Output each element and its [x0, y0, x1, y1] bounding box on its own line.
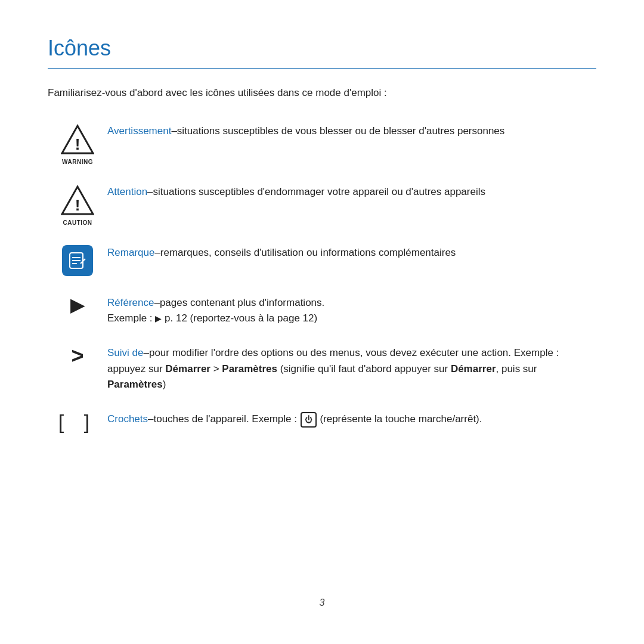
warning-icon: !	[61, 123, 94, 157]
greater-than-icon: >	[71, 345, 83, 367]
caution-label: CAUTION	[63, 219, 92, 226]
svg-text:!: !	[75, 135, 80, 153]
brackets-term: Crochets	[107, 413, 148, 425]
page-number: 3	[48, 586, 596, 608]
list-item: ▶ Référence–pages contenant plus d'infor…	[48, 294, 596, 327]
warning-desc-text: –situations susceptibles de vous blesser…	[171, 125, 504, 137]
bold-parametres-1: Paramètres	[222, 363, 277, 374]
caution-icon-cell: ! CAUTION	[48, 183, 107, 226]
note-description: Remarque–remarques, conseils d'utilisati…	[107, 244, 596, 261]
svg-text:!: !	[75, 196, 80, 214]
list-item: [ ] Crochets–touches de l'appareil. Exem…	[48, 410, 596, 432]
intro-paragraph: Familiarisez-vous d'abord avec les icône…	[48, 85, 596, 101]
note-icon	[62, 245, 93, 276]
list-item: > Suivi de–pour modifier l'ordre des opt…	[48, 344, 596, 392]
followedby-icon-cell: >	[48, 344, 107, 367]
list-item: Remarque–remarques, conseils d'utilisati…	[48, 244, 596, 276]
page-title: Icônes	[48, 36, 596, 61]
list-item: ! WARNING Avertissement–situations susce…	[48, 122, 596, 165]
note-icon-cell	[48, 244, 107, 276]
note-term: Remarque	[107, 247, 154, 258]
bold-parametres-2: Paramètres	[107, 379, 163, 390]
note-desc-text: –remarques, conseils d'utilisation ou in…	[154, 247, 456, 258]
bold-demarrer-2: Démarrer	[451, 363, 496, 374]
title-divider	[48, 68, 596, 69]
warning-term: Avertissement	[107, 125, 171, 137]
icon-list: ! WARNING Avertissement–situations susce…	[48, 122, 596, 450]
caution-term: Attention	[107, 186, 147, 197]
reference-icon-cell: ▶	[48, 294, 107, 314]
bold-demarrer-1: Démarrer	[165, 363, 210, 374]
camera-key-icon: ⏻	[301, 412, 317, 428]
followedby-term: Suivi de	[107, 347, 143, 358]
followedby-desc-text: –pour modifier l'ordre des options ou de…	[107, 347, 559, 390]
brackets-description: Crochets–touches de l'appareil. Exemple …	[107, 410, 596, 428]
followedby-description: Suivi de–pour modifier l'ordre des optio…	[107, 344, 596, 392]
warning-icon-cell: ! WARNING	[48, 122, 107, 165]
inline-arrow-icon: ▶	[155, 314, 162, 323]
caution-icon: !	[61, 184, 94, 218]
list-item: ! CAUTION Attention–situations susceptib…	[48, 183, 596, 226]
warning-description: Avertissement–situations susceptibles de…	[107, 122, 596, 139]
warning-label: WARNING	[62, 159, 93, 165]
caution-description: Attention–situations susceptibles d'endo…	[107, 183, 596, 200]
brackets-desc-text: –touches de l'appareil. Exemple : ⏻ (rep…	[148, 413, 482, 425]
reference-term: Référence	[107, 297, 154, 308]
brackets-icon-cell: [ ]	[48, 410, 107, 432]
reference-arrow-icon: ▶	[70, 295, 85, 314]
caution-desc-text: –situations susceptibles d'endommager vo…	[147, 186, 485, 197]
reference-description: Référence–pages contenant plus d'informa…	[107, 294, 596, 327]
brackets-icon: [ ]	[58, 411, 97, 432]
camera-symbol: ⏻	[305, 414, 312, 426]
page-container: Icônes Familiarisez-vous d'abord avec le…	[0, 0, 644, 644]
